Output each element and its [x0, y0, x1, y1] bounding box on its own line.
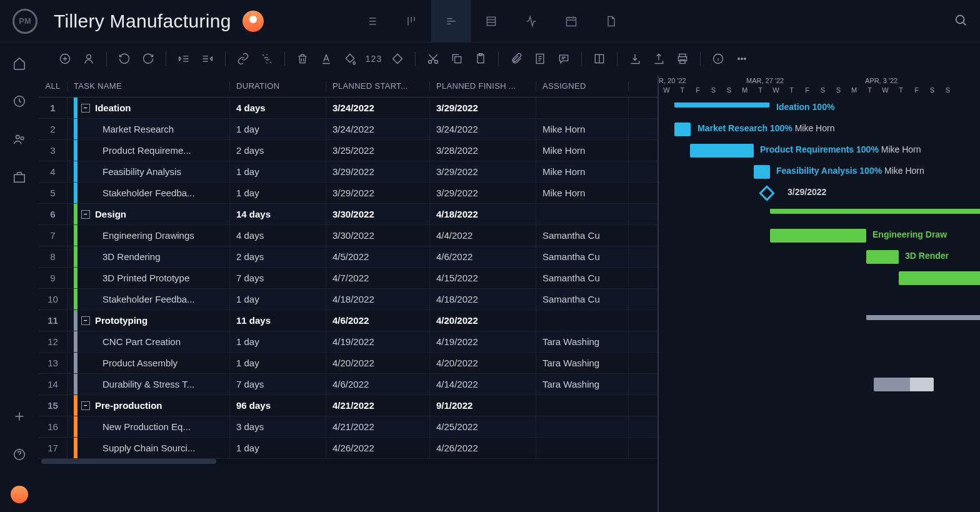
finish-cell[interactable]: 3/29/2022	[430, 183, 536, 203]
unlink-icon[interactable]	[259, 51, 274, 66]
duration-cell[interactable]: 14 days	[230, 204, 326, 224]
view-board-icon[interactable]	[391, 0, 431, 43]
finish-cell[interactable]: 4/20/2022	[430, 353, 536, 373]
col-all[interactable]: ALL	[39, 81, 68, 91]
gantt-chart[interactable]: R, 20 '22MAR, 27 '22APR, 3 '22 WTFSSMTWT…	[658, 75, 980, 512]
start-cell[interactable]: 4/6/2022	[326, 374, 430, 394]
finish-cell[interactable]: 4/6/2022	[430, 246, 536, 267]
start-cell[interactable]: 4/20/2022	[326, 353, 430, 373]
copy-icon[interactable]	[449, 51, 464, 66]
assigned-cell[interactable]: Samantha Cu	[536, 246, 629, 267]
table-row[interactable]: 93D Printed Prototype7 days4/7/20224/15/…	[39, 268, 658, 289]
milestone-icon[interactable]	[390, 51, 405, 66]
table-row[interactable]: 13Product Assembly1 day4/20/20224/20/202…	[39, 353, 658, 374]
task-bar[interactable]	[690, 144, 754, 158]
text-color-icon[interactable]	[319, 51, 334, 66]
start-cell[interactable]: 4/18/2022	[326, 289, 430, 309]
table-row[interactable]: 4Feasibility Analysis1 day3/29/20223/29/…	[39, 161, 658, 183]
table-row[interactable]: 10Stakeholder Feedba...1 day4/18/20224/1…	[39, 289, 658, 310]
assigned-cell[interactable]: Tara Washing	[536, 331, 629, 352]
task-name-cell[interactable]: 3D Rendering	[68, 246, 230, 267]
table-row[interactable]: 3Product Requireme...2 days3/25/20223/28…	[39, 140, 658, 161]
collapse-icon[interactable]: −	[81, 104, 90, 113]
delete-icon[interactable]	[295, 51, 310, 66]
nav-help-icon[interactable]	[12, 448, 26, 463]
print-icon[interactable]	[675, 51, 690, 66]
outdent-icon[interactable]	[176, 51, 191, 66]
assigned-cell[interactable]: Samantha Cu	[536, 289, 629, 309]
assigned-cell[interactable]	[536, 395, 629, 416]
assigned-cell[interactable]: Samantha Cu	[536, 268, 629, 288]
table-row[interactable]: 11−Prototyping11 days4/6/20224/20/2022	[39, 310, 658, 331]
search-button[interactable]	[954, 13, 968, 29]
duration-cell[interactable]: 1 day	[230, 289, 326, 309]
attachment-icon[interactable]	[509, 51, 524, 66]
nav-team-icon[interactable]	[12, 133, 26, 148]
start-cell[interactable]: 4/6/2022	[326, 310, 430, 331]
undo-icon[interactable]	[117, 51, 132, 66]
user-avatar[interactable]	[242, 11, 264, 32]
import-icon[interactable]	[628, 51, 642, 66]
start-cell[interactable]: 3/30/2022	[326, 204, 430, 224]
start-cell[interactable]: 4/5/2022	[326, 246, 430, 267]
fill-color-icon[interactable]	[342, 51, 358, 66]
nav-user-avatar[interactable]	[11, 486, 28, 503]
duration-cell[interactable]: 3 days	[230, 416, 326, 437]
table-row[interactable]: 5Stakeholder Feedba...1 day3/29/20223/29…	[39, 183, 658, 204]
assigned-cell[interactable]	[536, 416, 629, 437]
finish-cell[interactable]: 4/4/2022	[430, 225, 536, 246]
nav-home-icon[interactable]	[12, 56, 26, 72]
col-assigned[interactable]: ASSIGNED	[536, 81, 629, 91]
finish-cell[interactable]: 4/15/2022	[430, 268, 536, 288]
duration-cell[interactable]: 1 day	[230, 183, 326, 203]
nav-add-icon[interactable]	[12, 409, 26, 425]
summary-bar[interactable]	[674, 103, 769, 108]
finish-cell[interactable]: 4/20/2022	[430, 310, 536, 331]
view-sheet-icon[interactable]	[471, 0, 511, 43]
more-icon[interactable]	[734, 51, 749, 66]
duration-cell[interactable]: 7 days	[230, 268, 326, 288]
paste-icon[interactable]	[473, 51, 488, 66]
duration-cell[interactable]: 1 day	[230, 438, 326, 458]
duration-cell[interactable]: 7 days	[230, 374, 326, 394]
start-cell[interactable]: 4/7/2022	[326, 268, 430, 288]
col-start[interactable]: PLANNED START...	[326, 81, 430, 91]
duration-cell[interactable]: 1 day	[230, 353, 326, 373]
table-row[interactable]: 16New Production Eq...3 days4/21/20224/2…	[39, 416, 658, 438]
view-file-icon[interactable]	[591, 0, 631, 43]
horizontal-scrollbar[interactable]	[39, 459, 658, 464]
finish-cell[interactable]: 4/14/2022	[430, 374, 536, 394]
task-bar[interactable]	[674, 123, 691, 136]
wbs-numbering[interactable]: 123	[366, 51, 381, 66]
view-calendar-icon[interactable]	[551, 0, 591, 43]
assigned-cell[interactable]	[536, 98, 629, 118]
task-name-cell[interactable]: −Design	[68, 204, 230, 224]
assign-icon[interactable]	[81, 51, 96, 66]
duration-cell[interactable]: 11 days	[230, 310, 326, 331]
task-name-cell[interactable]: −Pre-production	[68, 395, 230, 416]
assigned-cell[interactable]: Samantha Cu	[536, 225, 629, 246]
assigned-cell[interactable]	[536, 438, 629, 458]
finish-cell[interactable]: 4/19/2022	[430, 331, 536, 352]
task-grid[interactable]: ALL TASK NAME DURATION PLANNED START... …	[39, 75, 658, 512]
task-name-cell[interactable]: Product Requireme...	[68, 140, 230, 161]
col-duration[interactable]: DURATION	[230, 81, 326, 91]
info-icon[interactable]	[711, 51, 726, 66]
assigned-cell[interactable]: Mike Horn	[536, 119, 629, 139]
finish-cell[interactable]: 4/18/2022	[430, 289, 536, 309]
redo-icon[interactable]	[141, 51, 156, 66]
nav-portfolio-icon[interactable]	[12, 171, 26, 186]
task-name-cell[interactable]: Engineering Drawings	[68, 225, 230, 246]
milestone-marker[interactable]	[759, 185, 774, 201]
col-finish[interactable]: PLANNED FINISH ...	[430, 81, 536, 91]
table-row[interactable]: 1−Ideation4 days3/24/20223/29/2022	[39, 98, 658, 119]
columns-icon[interactable]	[592, 51, 607, 66]
assigned-cell[interactable]: Tara Washing	[536, 374, 629, 394]
comments-icon[interactable]	[556, 51, 571, 66]
assigned-cell[interactable]: Mike Horn	[536, 140, 629, 161]
duration-cell[interactable]: 4 days	[230, 225, 326, 246]
duration-cell[interactable]: 4 days	[230, 98, 326, 118]
duration-cell[interactable]: 1 day	[230, 161, 326, 182]
task-name-cell[interactable]: New Production Eq...	[68, 416, 230, 437]
table-row[interactable]: 2Market Research1 day3/24/20223/24/2022M…	[39, 119, 658, 140]
